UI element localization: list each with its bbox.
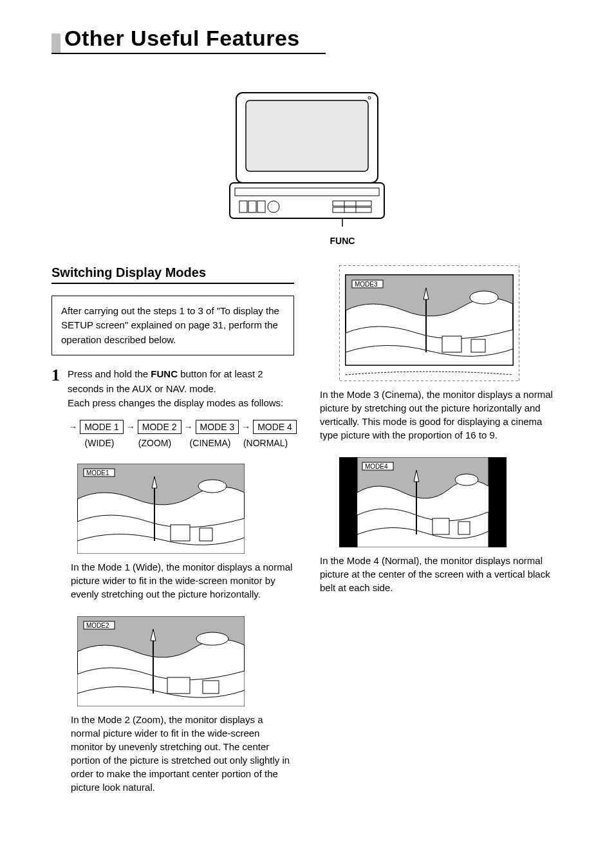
svg-point-26 [196,632,228,645]
svg-rect-24 [167,677,190,693]
mode-sub-2: (ZOOM) [129,438,181,448]
mode2-desc: In the Mode 2 (Zoom), the monitor displa… [71,713,294,794]
step-1: 1 Press and hold the FUNC button for at … [51,367,294,411]
device-illustration: FUNC [51,86,563,246]
svg-rect-33 [471,339,485,352]
mode-box-3: MODE 3 [196,420,239,434]
modes-sub-row: (WIDE) (ZOOM) (CINEMA) (NORMAL) [71,438,294,448]
modes-row: → MODE 1 → MODE 2 → MODE 3 → MODE 4 [71,420,294,434]
step-body: Press and hold the FUNC button for at le… [68,367,294,411]
svg-rect-41 [433,518,449,534]
svg-rect-17 [171,525,190,541]
mode1-illustration: MODE1 [77,464,245,554]
mode3-illustration: MODE3 [339,265,519,381]
mode2-label: MODE2 [86,622,109,629]
mode4-desc: In the Mode 4 (Normal), the monitor disp… [320,554,563,594]
arrow-icon: → [184,422,193,432]
section-heading: Switching Display Modes [51,265,294,284]
note-box: After carrying out the steps 1 to 3 of "… [51,296,294,356]
svg-rect-1 [246,100,368,171]
mode3-label: MODE3 [355,281,378,288]
mode-box-4: MODE 4 [253,420,297,434]
mode-sub-4: (NORMAL) [239,438,292,448]
page-title-wrap: Other Useful Features [51,26,326,54]
title-accent [51,33,60,53]
monitor-icon [223,86,391,228]
svg-point-34 [470,291,498,304]
arrow-icon: → [241,422,250,432]
mode2-illustration: MODE2 [77,616,245,706]
page-title: Other Useful Features [64,26,300,50]
mode1-desc: In the Mode 1 (Wide), the monitor displa… [71,560,294,601]
svg-rect-42 [458,522,470,534]
mode4-label: MODE4 [365,463,388,470]
svg-rect-32 [442,336,461,352]
step1-bold: FUNC [151,368,178,379]
mode-box-1: MODE 1 [80,420,124,434]
arrow-icon: → [68,422,77,432]
svg-point-43 [455,474,478,486]
svg-rect-38 [488,457,507,547]
mode1-label: MODE1 [86,469,109,476]
svg-rect-37 [339,457,357,547]
arrow-icon: → [126,422,135,432]
mode-box-2: MODE 2 [138,420,181,434]
svg-rect-25 [203,681,219,693]
func-label: FUNC [51,236,563,246]
svg-point-19 [198,480,227,493]
step-number: 1 [51,367,60,384]
svg-rect-18 [200,528,212,541]
step1-pre: Press and hold the [68,368,151,379]
mode3-desc: In the Mode 3 (Cinema), the monitor disp… [320,388,563,442]
mode4-illustration: MODE4 [339,457,507,547]
mode-sub-3: (CINEMA) [184,438,237,448]
mode-sub-1: (WIDE) [73,438,126,448]
step1-line2: Each press changes the display modes as … [68,397,283,408]
